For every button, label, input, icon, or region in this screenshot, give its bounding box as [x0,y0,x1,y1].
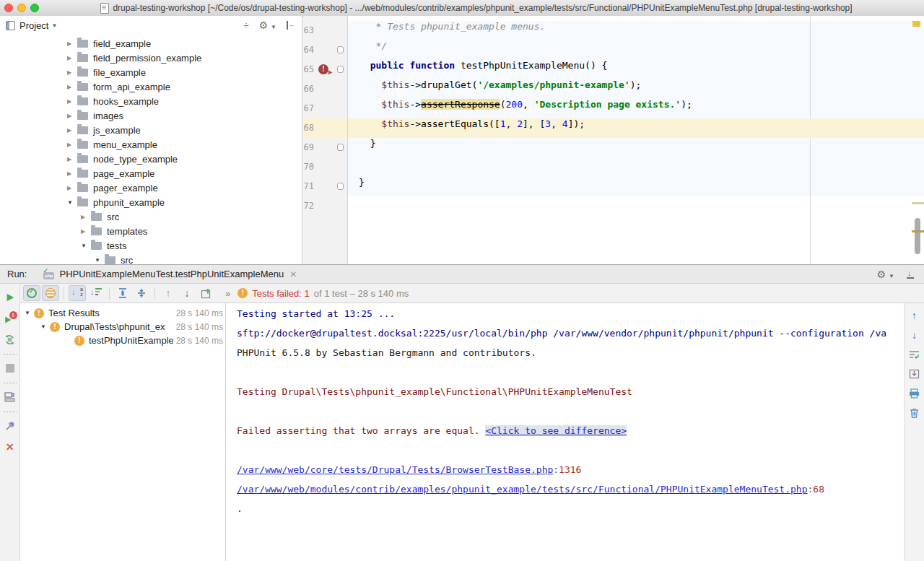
scroll-to-end-button[interactable] [907,367,922,381]
fold-marker-icon[interactable] [337,144,344,151]
tree-item-field_permission_example[interactable]: ▶field_permission_example [0,51,300,65]
test-tree-item[interactable]: ▼!Test Results28 s 140 ms [20,306,225,320]
project-panel-title[interactable]: Project [19,20,48,31]
restore-layout-button[interactable] [3,390,17,404]
run-configuration-tab[interactable]: ✓php PHPUnitExampleMenuTest.testPhpUnitE… [38,265,301,283]
code-line-67[interactable]: $this->assertResponse(200, 'Description … [348,99,924,118]
soft-wrap-button[interactable] [907,347,922,362]
code-line-66[interactable]: $this->drupalGet('/examples/phpunit-exam… [348,79,924,99]
rerun-button[interactable] [3,290,17,305]
chevron-right-icon[interactable]: ▶ [67,170,77,177]
code-line-72[interactable] [348,196,924,216]
code-line-63[interactable]: * Tests phpunit_example menus. [348,21,924,40]
tree-item-templates[interactable]: ▶templates [0,224,300,238]
tree-item-field_example[interactable]: ▶field_example [0,36,300,51]
show-ignored-button[interactable] [42,285,59,301]
print-button[interactable] [907,386,922,401]
chevron-down-icon[interactable]: ▼ [25,310,34,316]
code-line-70[interactable] [348,157,924,177]
previous-failed-test-button[interactable]: ↑ [160,285,177,301]
tree-item-page_example[interactable]: ▶page_example [0,166,300,181]
expand-all-button[interactable] [114,285,131,301]
sort-alphabetically-button[interactable]: ↓az [69,285,86,301]
code-line-65[interactable]: public function testPhpUnitExampleMenu()… [348,60,924,79]
chevron-right-icon[interactable]: ▶ [67,40,77,47]
close-window-button[interactable] [4,4,13,12]
stop-button[interactable] [3,361,17,375]
close-panel-button[interactable]: ✕ [3,440,17,454]
error-stripe-mark[interactable] [912,202,924,204]
sort-by-duration-button[interactable]: ↓ [87,285,105,301]
zoom-window-button[interactable] [30,4,39,12]
inspection-status-indicator[interactable] [912,21,920,27]
toggle-auto-test-button[interactable] [3,332,17,347]
tree-item-form_api_example[interactable]: ▶form_api_example [0,79,300,94]
rerun-failed-tests-button[interactable]: ! [3,311,17,326]
show-passed-button[interactable] [23,285,40,301]
minimize-panel-icon[interactable] [906,270,915,279]
code-editor[interactable]: 636465!66676869707172 * Tests phpunit_ex… [303,16,924,264]
fold-marker-icon[interactable] [337,183,344,190]
tree-item-images[interactable]: ▶images [0,108,300,123]
tree-item-file_example[interactable]: ▶file_example [0,65,300,79]
chevron-right-icon[interactable]: ▶ [67,84,77,90]
failed-test-gutter-icon[interactable]: ! [318,64,328,74]
console-link[interactable]: <Click to see difference> [485,425,627,436]
test-tree-item[interactable]: ▼!Drupal\Tests\phpunit_ex28 s 140 ms [20,320,225,334]
editor-code-area[interactable]: * Tests phpunit_example menus. */ public… [348,21,924,216]
tree-item-node_type_example[interactable]: ▶node_type_example [0,152,300,166]
run-settings-gear-icon[interactable]: ⚙▼ [877,268,894,281]
test-tree-item[interactable]: !testPhpUnitExampleM28 s 140 ms [20,334,225,347]
collapse-all-button[interactable] [133,285,150,301]
chevron-down-icon[interactable]: ▼ [40,323,50,330]
tree-item-menu_example[interactable]: ▶menu_example [0,137,300,152]
chevron-right-icon[interactable]: ▶ [67,98,77,105]
chevron-right-icon[interactable]: ▶ [81,228,91,235]
status-failed-text: Tests failed: 1 [252,288,310,299]
chevron-down-icon[interactable]: ▼ [67,199,77,206]
chevron-down-icon[interactable]: ▼ [81,243,91,249]
chevron-down-icon[interactable]: ▼ [95,257,105,264]
clear-all-button[interactable] [907,406,922,420]
tree-item-phpunit_example[interactable]: ▼phpunit_example [0,195,300,209]
gutter-line-68: 68 [303,118,347,138]
chevron-right-icon[interactable]: ▶ [67,127,77,134]
test-item-label: Drupal\Tests\phpunit_ex [64,321,173,332]
chevron-right-icon[interactable]: ▶ [67,142,77,148]
tree-item-tests[interactable]: ▼tests [0,238,300,253]
close-tab-icon[interactable]: ✕ [289,269,297,279]
tree-item-hooks_example[interactable]: ▶hooks_example [0,94,300,108]
chevron-right-icon[interactable]: ▶ [67,55,77,61]
console-link[interactable]: /var/www/web/core/tests/Drupal/Tests/Bro… [237,464,553,475]
fold-marker-icon[interactable] [337,66,344,73]
code-token: '/examples/phpunit-example' [477,79,629,90]
code-line-69[interactable]: } [348,138,924,157]
folder-icon [77,184,88,192]
tree-item-pager_example[interactable]: ▶pager_example [0,181,300,195]
scroll-down-button[interactable]: ↓ [907,328,922,342]
editor-scrollbar[interactable] [915,218,920,254]
minimize-window-button[interactable] [17,4,26,12]
hide-panel-icon[interactable] [287,21,296,30]
code-line-64[interactable]: */ [348,40,924,60]
fold-marker-icon[interactable] [337,46,344,53]
import-test-results-button[interactable] [197,285,214,301]
chevron-right-icon[interactable]: ▶ [67,113,77,119]
tree-item-src[interactable]: ▶src [0,209,300,224]
tree-item-js_example[interactable]: ▶js_example [0,123,300,137]
tree-item-src[interactable]: ▼src [0,253,300,264]
more-actions-chevron-icon[interactable]: » [225,288,230,299]
next-failed-test-button[interactable]: ↓ [178,285,196,301]
settings-gear-icon[interactable]: ⚙▼ [259,19,276,32]
console-link[interactable]: /var/www/web/modules/contrib/examples/ph… [237,484,808,495]
chevron-right-icon[interactable]: ▶ [67,69,77,76]
code-line-71[interactable]: } [348,177,924,196]
chevron-right-icon[interactable]: ▶ [67,156,77,162]
scroll-up-button[interactable]: ↑ [907,308,922,323]
chevron-down-icon[interactable]: ▼ [51,22,57,29]
code-line-68[interactable]: $this->assertEquals([1, 2], [3, 4]); [348,118,924,138]
chevron-right-icon[interactable]: ▶ [67,185,77,191]
scroll-from-source-icon[interactable]: ÷ [243,20,248,31]
pin-tab-button[interactable] [3,419,17,433]
chevron-right-icon[interactable]: ▶ [81,214,91,220]
